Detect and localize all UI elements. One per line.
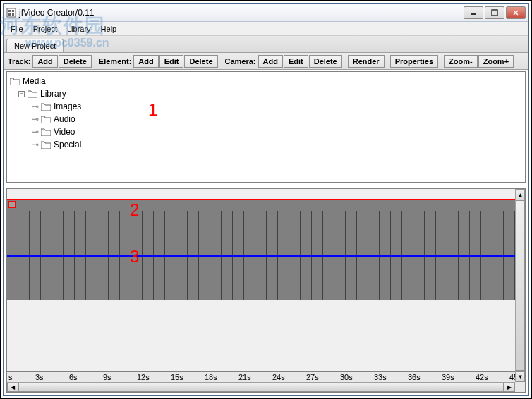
ruler-tick: 12s: [137, 373, 150, 381]
scroll-up-icon[interactable]: ▲: [516, 189, 525, 200]
ruler-tick: 24s: [272, 373, 285, 381]
track-add-button[interactable]: Add: [32, 55, 57, 68]
track-label: Track:: [6, 57, 32, 66]
svg-rect-3: [8, 13, 11, 16]
folder-icon: [41, 128, 51, 136]
track-delete-button[interactable]: Delete: [59, 55, 92, 68]
annotation-3: 3: [130, 247, 139, 266]
svg-rect-6: [492, 10, 497, 16]
app-icon: [6, 8, 16, 18]
menu-help[interactable]: Help: [97, 23, 121, 35]
scroll-corner: [515, 382, 525, 392]
ruler-tick: 30s: [340, 373, 353, 381]
ruler-tick: 15s: [171, 373, 183, 381]
timeline-panel: 2 3 s 3s6s9s12s15s18s21s24s27s30s33s36s3…: [6, 188, 526, 393]
annotation-2: 2: [130, 200, 139, 220]
tree-label: Library: [40, 89, 66, 99]
toolbar: Track: Add Delete Element: Add Edit Dele…: [4, 53, 528, 70]
folder-icon: [28, 90, 37, 98]
camera-label: Camera:: [224, 57, 258, 66]
menu-file[interactable]: File: [6, 23, 28, 35]
folder-icon: [41, 141, 51, 149]
tree-library[interactable]: − Library: [10, 87, 522, 100]
track-1-header[interactable]: [7, 199, 515, 211]
ruler-tick: 21s: [238, 373, 251, 381]
track-1-body[interactable]: [7, 211, 515, 255]
menu-library[interactable]: Library: [63, 23, 95, 35]
scroll-right-icon[interactable]: ▶: [504, 383, 515, 392]
scroll-left-icon[interactable]: ◀: [7, 383, 18, 392]
track-2-body[interactable]: [7, 257, 515, 300]
tree-expand-icon[interactable]: ⊸: [30, 114, 41, 124]
tree-expand-icon[interactable]: ⊸: [30, 102, 41, 111]
tree-root[interactable]: Media: [10, 75, 522, 87]
scroll-down-icon[interactable]: ▼: [516, 371, 525, 382]
ruler-tick: 36s: [408, 373, 421, 381]
camera-edit-button[interactable]: Edit: [284, 55, 308, 68]
tree-label: Images: [54, 102, 81, 111]
tree-special[interactable]: ⊸ Special: [10, 138, 522, 151]
svg-rect-0: [7, 8, 16, 17]
media-panel[interactable]: Media − Library ⊸ Images ⊸ Audio ⊸ Video: [6, 71, 526, 183]
element-edit-button[interactable]: Edit: [159, 55, 184, 68]
tree-label: Audio: [54, 114, 75, 124]
folder-icon: [41, 116, 51, 123]
properties-button[interactable]: Properties: [390, 55, 438, 68]
menu-project[interactable]: Project: [29, 23, 61, 35]
camera-add-button[interactable]: Add: [258, 55, 283, 68]
track-marker-icon[interactable]: [8, 201, 16, 208]
element-add-button[interactable]: Add: [133, 55, 158, 68]
close-button[interactable]: [506, 6, 526, 19]
menu-bar: File Project Library Help: [4, 22, 528, 36]
window-title: jfVideo Creator/0.11: [19, 8, 464, 18]
ruler-tick: 3s: [35, 373, 44, 381]
horizontal-scrollbar[interactable]: ◀ ▶: [7, 382, 515, 392]
render-button[interactable]: Render: [348, 55, 385, 68]
svg-rect-4: [12, 13, 14, 16]
maximize-button[interactable]: [485, 6, 504, 19]
zoom-out-button[interactable]: Zoom-: [444, 55, 478, 68]
tree-expand-icon[interactable]: ⊸: [30, 127, 41, 137]
tree-expand-icon[interactable]: ⊸: [30, 140, 41, 149]
ruler-tick: 9s: [103, 373, 111, 381]
ruler-tick: 18s: [205, 373, 217, 381]
element-delete-button[interactable]: Delete: [184, 55, 217, 68]
ruler-tick: 33s: [374, 373, 387, 381]
ruler-tick: s: [8, 373, 13, 381]
ruler-tick: 42s: [476, 373, 488, 381]
zoom-in-button[interactable]: Zoom+: [478, 55, 514, 68]
svg-rect-1: [8, 10, 11, 12]
tree-audio[interactable]: ⊸ Audio: [10, 113, 522, 125]
tab-new-project[interactable]: New Project: [6, 39, 64, 52]
vertical-scrollbar[interactable]: ▲ ▼: [515, 189, 525, 382]
ruler-tick: 27s: [306, 373, 319, 381]
tree-collapse-icon[interactable]: −: [18, 91, 25, 97]
tree-label: Special: [54, 140, 81, 149]
tree-images[interactable]: ⊸ Images: [10, 100, 522, 113]
folder-icon: [41, 103, 51, 111]
ruler-tick: 39s: [442, 373, 454, 381]
folder-icon: [10, 78, 20, 85]
timeline-spacer: [7, 300, 515, 334]
tab-bar: New Project: [4, 36, 528, 53]
tree-video[interactable]: ⊸ Video: [10, 125, 522, 138]
timeline-ruler[interactable]: s 3s6s9s12s15s18s21s24s27s30s33s36s39s42…: [7, 371, 515, 382]
tree-label: Media: [23, 76, 46, 86]
ruler-tick: 6s: [69, 373, 78, 381]
minimize-button[interactable]: [464, 6, 483, 19]
camera-delete-button[interactable]: Delete: [309, 55, 342, 68]
annotation-1: 1: [148, 100, 157, 120]
scroll-thumb[interactable]: [516, 200, 525, 371]
timeline-tracks[interactable]: [7, 189, 515, 371]
tree-label: Video: [54, 127, 75, 137]
title-bar: jfVideo Creator/0.11: [4, 4, 528, 22]
svg-rect-2: [12, 10, 14, 12]
scroll-thumb[interactable]: [18, 383, 504, 392]
element-label: Element:: [97, 57, 133, 66]
